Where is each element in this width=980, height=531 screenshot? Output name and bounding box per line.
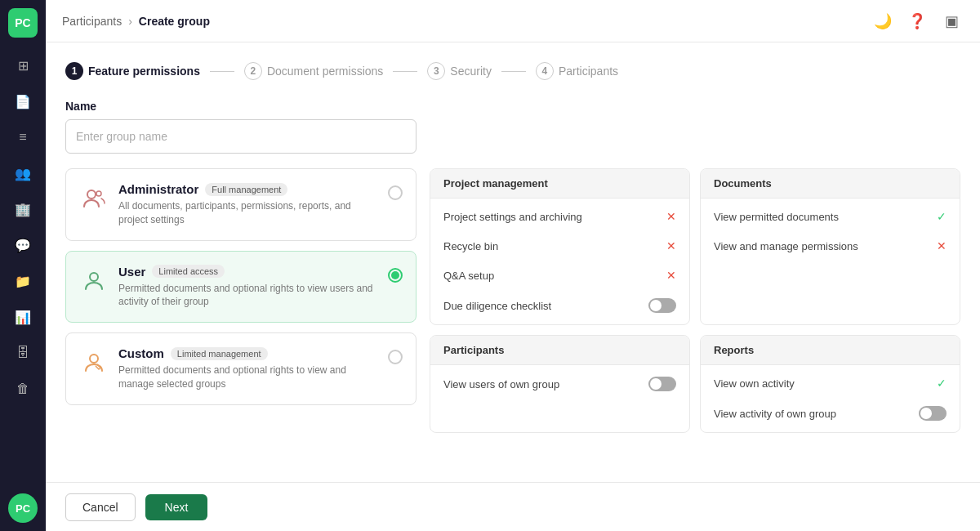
perm-row-recycle: Recycle bin ✕ xyxy=(430,231,689,261)
perm-icon-manage-perms: ✕ xyxy=(937,239,947,252)
sidebar: PC ⊞ 📄 ≡ 👥 🏢 💬 📁 📊 🗄 🗑 PC xyxy=(0,0,46,531)
user-icon xyxy=(79,266,109,296)
svg-point-1 xyxy=(96,191,101,196)
perm-toggle-diligence[interactable] xyxy=(648,298,676,313)
svg-point-2 xyxy=(90,273,98,281)
step-divider-2 xyxy=(393,71,417,72)
project-management-header: Project management xyxy=(430,169,689,199)
user-info: User Limited access Permitted documents … xyxy=(118,265,378,310)
role-card-custom[interactable]: Custom Limited management Permitted docu… xyxy=(65,332,416,405)
header: Participants › Create group 🌙 ❓ ▣ xyxy=(46,0,980,42)
header-actions: 🌙 ❓ ▣ xyxy=(871,9,964,33)
users-icon[interactable]: 👥 xyxy=(8,158,38,188)
participants-rows: View users of own group xyxy=(430,365,689,403)
user-desc: Permitted documents and optional rights … xyxy=(118,282,378,310)
reports-rows: View own activity ✓ View activity of own… xyxy=(701,365,960,432)
administrator-icon xyxy=(79,184,109,213)
perm-label-group-activity: View activity of own group xyxy=(714,408,836,420)
step-3[interactable]: 3 Security xyxy=(427,62,492,80)
trash-icon[interactable]: 🗑 xyxy=(8,374,38,404)
step-4-number: 4 xyxy=(536,62,554,80)
perm-row-view-docs: View permitted documents ✓ xyxy=(701,202,960,231)
cancel-button[interactable]: Cancel xyxy=(65,493,136,521)
avatar[interactable]: PC xyxy=(8,493,38,523)
step-1[interactable]: 1 Feature permissions xyxy=(65,62,200,80)
custom-badge: Limited management xyxy=(171,347,268,360)
perm-icon-archiving: ✕ xyxy=(666,210,676,223)
administrator-desc: All documents, participants, permissions… xyxy=(118,199,378,227)
chart-icon[interactable]: 📊 xyxy=(8,302,38,332)
app-logo[interactable]: PC xyxy=(8,8,38,38)
participants-header: Participants xyxy=(430,336,689,365)
breadcrumb-parent[interactable]: Participants xyxy=(62,15,122,28)
perm-row-qa: Q&A setup ✕ xyxy=(430,261,689,290)
step-3-number: 3 xyxy=(427,62,445,80)
user-name: User xyxy=(118,265,145,279)
role-card-user[interactable]: User Limited access Permitted documents … xyxy=(65,251,416,324)
step-3-label: Security xyxy=(450,65,492,78)
perm-label-own-activity: View own activity xyxy=(714,377,795,390)
documents-header: Documents xyxy=(701,169,960,199)
breadcrumb-current: Create group xyxy=(139,15,210,28)
project-management-rows: Project settings and archiving ✕ Recycle… xyxy=(430,199,689,324)
perm-label-qa: Q&A setup xyxy=(443,270,494,282)
reports-header: Reports xyxy=(701,336,960,365)
folder-icon[interactable]: 📁 xyxy=(8,266,38,296)
moon-icon[interactable]: 🌙 xyxy=(871,9,895,33)
administrator-radio[interactable] xyxy=(388,185,403,200)
perm-label-view-docs: View permitted documents xyxy=(714,211,839,223)
svg-point-3 xyxy=(90,355,98,363)
perm-toggle-group-activity[interactable] xyxy=(919,406,947,421)
layout-icon[interactable]: ▣ xyxy=(939,9,964,33)
list-icon[interactable]: ≡ xyxy=(8,123,38,152)
svg-point-0 xyxy=(87,190,96,199)
documents-rows: View permitted documents ✓ View and mana… xyxy=(701,199,960,264)
perm-icon-own-activity: ✓ xyxy=(937,377,947,390)
step-1-number: 1 xyxy=(65,62,83,80)
perm-row-own-activity: View own activity ✓ xyxy=(701,368,960,398)
perm-label-archiving: Project settings and archiving xyxy=(443,211,582,223)
role-card-administrator[interactable]: Administrator Full management All docume… xyxy=(65,168,416,241)
document-icon[interactable]: 📄 xyxy=(8,87,38,116)
custom-radio[interactable] xyxy=(388,350,403,364)
administrator-name: Administrator xyxy=(118,182,198,196)
role-cards: Administrator Full management All docume… xyxy=(65,168,416,433)
perm-icon-qa: ✕ xyxy=(666,269,676,282)
permissions-panel: Project management Project settings and … xyxy=(430,168,960,433)
perm-row-archiving: Project settings and archiving ✕ xyxy=(430,202,689,231)
perm-toggle-view-users[interactable] xyxy=(648,377,676,391)
perm-row-manage-perms: View and manage permissions ✕ xyxy=(701,231,960,261)
chat-icon[interactable]: 💬 xyxy=(8,230,38,260)
group-name-input[interactable] xyxy=(65,119,416,154)
next-button[interactable]: Next xyxy=(145,494,208,520)
participants-section: Participants View users of own group xyxy=(430,335,690,433)
page-content: 1 Feature permissions 2 Document permiss… xyxy=(46,42,980,482)
perm-row-group-activity: View activity of own group xyxy=(701,398,960,429)
stepper: 1 Feature permissions 2 Document permiss… xyxy=(65,62,960,80)
user-radio[interactable] xyxy=(388,268,403,283)
cards-permissions-layout: Administrator Full management All docume… xyxy=(65,168,960,433)
help-icon[interactable]: ❓ xyxy=(905,9,929,33)
perm-icon-recycle: ✕ xyxy=(666,239,676,252)
custom-icon xyxy=(79,348,109,377)
documents-section: Documents View permitted documents ✓ Vie… xyxy=(700,168,960,325)
breadcrumb-separator: › xyxy=(128,15,132,28)
perm-row-view-users: View users of own group xyxy=(430,368,689,399)
user-badge: Limited access xyxy=(152,265,225,278)
reports-section: Reports View own activity ✓ View activit… xyxy=(700,335,960,433)
name-label: Name xyxy=(65,100,960,113)
perm-icon-view-docs: ✓ xyxy=(937,210,947,223)
custom-info: Custom Limited management Permitted docu… xyxy=(118,346,378,391)
dashboard-icon[interactable]: ⊞ xyxy=(8,51,38,80)
perm-row-diligence: Due diligence checklist xyxy=(430,290,689,321)
archive-icon[interactable]: 🗄 xyxy=(8,338,38,368)
administrator-info: Administrator Full management All docume… xyxy=(118,182,378,227)
administrator-badge: Full management xyxy=(205,183,287,196)
step-divider-1 xyxy=(210,71,234,72)
step-4[interactable]: 4 Participants xyxy=(536,62,618,80)
step-4-label: Participants xyxy=(559,65,618,78)
step-1-label: Feature permissions xyxy=(88,65,200,78)
building-icon[interactable]: 🏢 xyxy=(8,194,38,224)
footer: Cancel Next xyxy=(46,482,980,531)
step-2[interactable]: 2 Document permissions xyxy=(244,62,383,80)
